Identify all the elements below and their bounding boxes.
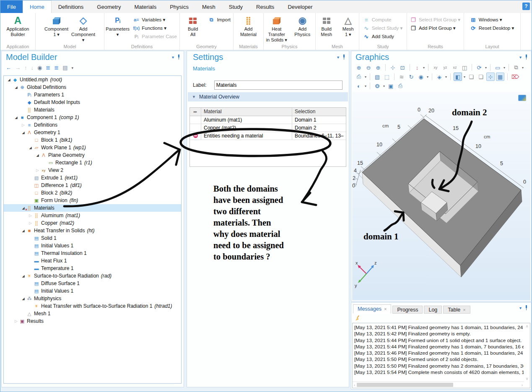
tree-item-materials[interactable]: ◢⣿×Materials	[4, 204, 181, 212]
tree-item-block-2[interactable]: □Block 2(blk2)	[4, 189, 181, 197]
toolbar-dropdown-icon[interactable]: ▾	[71, 66, 73, 70]
table-row[interactable]: Copper (mat2)Domain 2	[190, 124, 346, 132]
column-header-selection[interactable]: Selection	[292, 108, 346, 116]
menu-tab-study[interactable]: Study	[222, 0, 249, 13]
tree-item-heat-transfer-with-surface-to-surface-radiation-1[interactable]: ☀Heat Transfer with Surface-to-Surface R…	[4, 302, 181, 310]
close-icon[interactable]: ×	[463, 307, 465, 312]
build-mesh-button[interactable]: BuildMesh	[316, 14, 337, 37]
tree-item-parameters-1[interactable]: PᵢParameters 1	[4, 91, 181, 99]
tree-item-diffuse-surface-1[interactable]: ▤Diffuse Surface 1	[4, 280, 181, 287]
go-to-view-icon[interactable]: ↕	[413, 63, 421, 72]
panel-menu-icon[interactable]: ▾	[519, 55, 522, 60]
tree-item-results[interactable]: ▷▣Results	[4, 317, 181, 325]
build-all-button[interactable]: BuildAll	[180, 14, 206, 37]
menu-tab-mesh[interactable]: Mesh	[195, 0, 222, 13]
tree-item-difference-1[interactable]: ◫Difference 1(dif1)	[4, 182, 181, 189]
show-icon[interactable]: ◉	[37, 65, 42, 71]
material-overview-section[interactable]: ▼ Material Overview	[188, 92, 348, 101]
menu-tab-materials[interactable]: Materials	[127, 0, 163, 13]
zoom-box-icon[interactable]: ⊕	[374, 63, 382, 72]
zoom-extents-icon[interactable]: ⊡	[398, 63, 407, 72]
tree-item-extrude-1[interactable]: ▧Extrude 1(ext1)	[4, 174, 181, 182]
tree-item-global-definitions[interactable]: ◢⊕Global Definitions	[4, 83, 181, 91]
close-icon[interactable]: ×	[384, 306, 387, 312]
panel-menu-icon[interactable]: ▾	[519, 306, 522, 310]
expander-closed-icon[interactable]: ▷	[35, 168, 40, 172]
print-figure-icon[interactable]: ⎙	[396, 82, 405, 90]
plot-window-button[interactable]	[518, 95, 526, 101]
camera-icon[interactable]: ◫	[460, 63, 469, 72]
expander-open-icon[interactable]: ◢	[13, 116, 19, 119]
column-handle-icon[interactable]: ▸▸	[190, 108, 201, 116]
scrollbar-thumb[interactable]	[357, 383, 453, 387]
dropdown-icon[interactable]: ▾	[522, 66, 524, 70]
table-row[interactable]: Entities needing a materialBoundaries 6–…	[190, 132, 346, 140]
horizontal-scrollbar[interactable]: ‹›	[353, 382, 524, 388]
variables-button[interactable]: a=Variables ▾	[131, 16, 179, 24]
view-unhide-icon[interactable]: ◉	[417, 73, 425, 81]
dropdown-icon[interactable]: ▾	[383, 84, 385, 88]
expander-closed-icon[interactable]: ▷	[28, 213, 33, 218]
pin-icon[interactable]	[343, 55, 345, 60]
back-cull-icon[interactable]: ❏	[477, 73, 485, 81]
xy-view-icon[interactable]: xy	[431, 63, 440, 72]
tab-log[interactable]: Log	[424, 306, 442, 314]
tree-item-work-plane-1[interactable]: ◢▱Work Plane 1(wp1)	[4, 144, 181, 151]
menu-tab-geometry[interactable]: Geometry	[90, 0, 127, 13]
expander-open-icon[interactable]: ◢	[13, 86, 19, 89]
tree-item-plane-geometry[interactable]: ◢ΛPlane Geometry	[4, 151, 181, 159]
menu-tab-definitions[interactable]: Definitions	[52, 0, 91, 13]
tree-item-copper[interactable]: ▷⣿Copper(mat2)	[4, 219, 181, 227]
tab-progress[interactable]: Progress	[392, 306, 423, 314]
panel-menu-icon[interactable]: ▾	[337, 55, 339, 60]
expander-open-icon[interactable]: ◢	[21, 229, 26, 233]
scene-light-icon[interactable]: ◧	[454, 73, 462, 81]
add-material-button[interactable]: ⣿AddMaterial	[235, 14, 262, 37]
add-plot-group-button[interactable]: ❐Add Plot Group ▾	[408, 24, 463, 32]
add-study-button[interactable]: ∿Add Study	[361, 32, 405, 41]
parameters-button[interactable]: PᵢParameters▾	[104, 14, 131, 37]
dropdown-icon[interactable]: ▾	[445, 75, 447, 79]
disable-interaction-icon[interactable]: ⌦	[511, 73, 520, 81]
panel-menu-icon[interactable]: ▾	[172, 55, 174, 60]
windows-button[interactable]: ⊞Windows ▾	[468, 16, 516, 24]
show-axis-orientation-icon[interactable]: ⊹	[486, 73, 495, 81]
tree-item-heat-transfer-in-solids[interactable]: ◢■Heat Transfer in Solids(ht)	[4, 227, 181, 234]
tree-item-default-model-inputs[interactable]: ◆Default Model Inputs	[4, 99, 181, 106]
tab-table[interactable]: Table×	[443, 306, 470, 314]
tree-item-definitions[interactable]: ▷≡Definitions	[4, 121, 181, 129]
menu-tab-developer[interactable]: Developer	[281, 0, 319, 13]
functions-button[interactable]: f(x)Functions ▾	[131, 24, 179, 32]
zoom-in-icon[interactable]: ⊕	[355, 63, 363, 72]
update-scene-icon[interactable]: ❂	[373, 82, 381, 90]
select-box-icon[interactable]: ▧	[373, 73, 381, 81]
table-row[interactable]: Aluminum (mat1)Domain 1	[190, 116, 346, 124]
forward-icon[interactable]: →	[15, 65, 21, 71]
vertical-scrollbar[interactable]: ∧∨	[524, 323, 530, 382]
mesh-1-button[interactable]: △Mesh1 ▾	[337, 14, 359, 37]
expander-open-icon[interactable]: ◢	[6, 78, 12, 82]
tree-item-mesh-1[interactable]: △Mesh 1	[4, 310, 181, 317]
menu-tab-file[interactable]: File	[0, 0, 23, 13]
zoom-out-icon[interactable]: ⊖	[364, 63, 373, 72]
rotate-icon[interactable]: ⟳	[475, 63, 483, 72]
application-builder-button[interactable]: AApplicationBuilder	[5, 14, 31, 37]
tree-item-aluminum[interactable]: ▷⣿Aluminum(mat1)	[4, 212, 181, 219]
tree-item-rectangle-1[interactable]: ▭Rectangle 1(r1)	[4, 159, 181, 166]
tree-item-initial-values-1[interactable]: ▤Initial Values 1	[4, 242, 181, 249]
tree-item-surface-to-surface-radiation[interactable]: ◢☀Surface-to-Surface Radiation(rad)	[4, 272, 181, 280]
collapse-all-icon[interactable]: ≣	[54, 65, 59, 71]
expander-closed-icon[interactable]: ▷	[28, 221, 33, 225]
tree-item-materials[interactable]: ⣿Materials	[4, 106, 181, 114]
image-export-icon[interactable]: ⧉	[512, 63, 520, 72]
xz-view-icon[interactable]: xz	[451, 63, 459, 72]
tree-item-temperature-1[interactable]: ▬Temperature 1	[4, 265, 181, 272]
reset-desktop-button[interactable]: ⟳Reset Desktop ▾	[468, 24, 516, 32]
expand-all-icon[interactable]: ≣	[46, 65, 50, 71]
headlight-icon[interactable]: ▭	[493, 63, 502, 72]
dropdown-icon[interactable]: ▾	[365, 84, 366, 88]
expander-open-icon[interactable]: ◢	[35, 153, 40, 157]
pin-icon[interactable]	[177, 55, 180, 60]
add-component-button[interactable]: ◇AddComponent ▾	[70, 14, 97, 43]
expander-open-icon[interactable]: ◢	[21, 274, 26, 278]
